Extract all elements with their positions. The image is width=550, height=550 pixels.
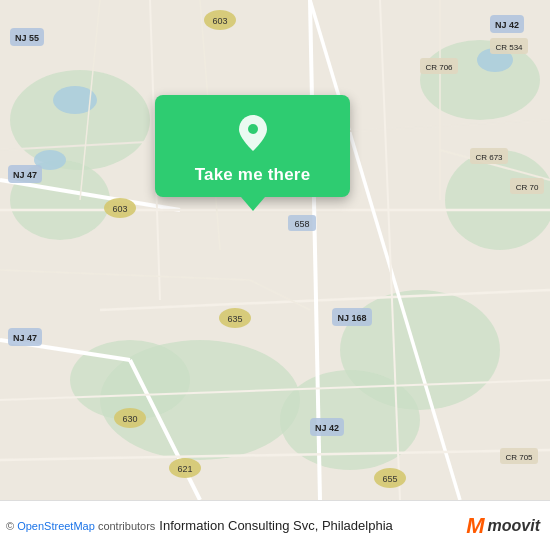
moovit-logo: M moovit — [466, 513, 540, 539]
popup-card[interactable]: Take me there — [155, 95, 350, 197]
take-me-there-button[interactable]: Take me there — [195, 165, 311, 185]
svg-text:CR 706: CR 706 — [425, 63, 453, 72]
svg-text:630: 630 — [122, 414, 137, 424]
svg-text:CR 534: CR 534 — [495, 43, 523, 52]
location-label: Information Consulting Svc, Philadelphia — [159, 518, 466, 533]
location-pin-icon — [231, 111, 275, 155]
svg-text:CR 705: CR 705 — [505, 453, 533, 462]
svg-text:603: 603 — [212, 16, 227, 26]
bottom-bar: © OpenStreetMap contributors Information… — [0, 500, 550, 550]
svg-text:603: 603 — [112, 204, 127, 214]
svg-text:CR 70: CR 70 — [516, 183, 539, 192]
moovit-text: moovit — [488, 517, 540, 535]
map-background: NJ 55 NJ 42 CR 534 CR 706 CR 673 CR 70 6… — [0, 0, 550, 500]
svg-text:NJ 42: NJ 42 — [495, 20, 519, 30]
svg-text:NJ 55: NJ 55 — [15, 33, 39, 43]
svg-text:NJ 47: NJ 47 — [13, 333, 37, 343]
svg-point-66 — [248, 124, 258, 134]
svg-text:655: 655 — [382, 474, 397, 484]
svg-text:CR 673: CR 673 — [475, 153, 503, 162]
svg-text:NJ 168: NJ 168 — [337, 313, 366, 323]
svg-point-1 — [10, 70, 150, 170]
map-container: NJ 55 NJ 42 CR 534 CR 706 CR 673 CR 70 6… — [0, 0, 550, 500]
svg-text:658: 658 — [294, 219, 309, 229]
osm-link[interactable]: OpenStreetMap — [17, 520, 95, 532]
svg-text:621: 621 — [177, 464, 192, 474]
osm-attribution: © OpenStreetMap contributors — [6, 520, 155, 532]
svg-text:NJ 42: NJ 42 — [315, 423, 339, 433]
moovit-icon: M — [466, 513, 484, 539]
svg-text:NJ 47: NJ 47 — [13, 170, 37, 180]
svg-text:635: 635 — [227, 314, 242, 324]
